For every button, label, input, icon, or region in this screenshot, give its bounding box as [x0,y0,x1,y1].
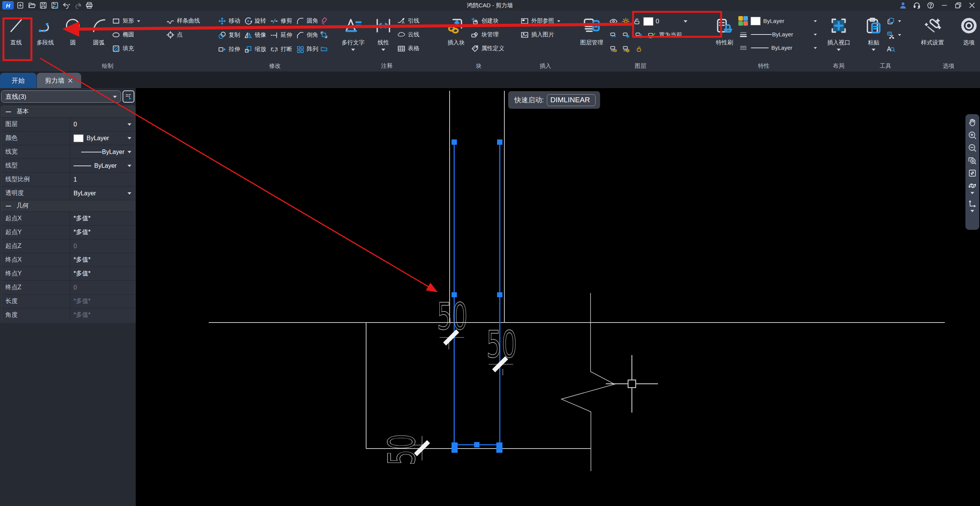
layer-thaw-sun-icon[interactable] [621,45,631,53]
chevron-down-icon[interactable] [128,151,131,155]
scale-button[interactable]: 缩放 [244,43,266,56]
prop-row-color[interactable]: 颜色 ByLayer [1,131,135,145]
tab-close-icon[interactable] [67,78,73,84]
section-header-basic[interactable]: 基本 [1,106,135,118]
user-icon[interactable] [897,1,909,10]
polyline-button[interactable]: 多段线 [30,13,60,47]
chevron-down-icon[interactable] [872,49,875,53]
layer-unlock-yellow-icon[interactable] [634,45,644,53]
point-button[interactable]: 点 [166,28,213,41]
help-icon[interactable] [925,1,936,10]
zoom-extents-icon[interactable] [967,168,977,178]
circle-button[interactable]: 圆 [60,13,86,47]
zoom-out-icon[interactable] [967,143,977,153]
layer-dropdown[interactable]: 0 [621,17,687,26]
erase-icon[interactable] [320,15,332,27]
prop-row-lineweight[interactable]: 线宽 ByLayer [1,145,135,159]
ellipse-button[interactable]: 椭圆 [112,28,166,41]
fillet-button[interactable]: 圆角 [296,15,318,27]
xref-button[interactable]: 外部参照 [520,15,570,27]
prop-row-starty[interactable]: 起点Y *多值* [1,226,135,239]
chevron-down-icon[interactable] [351,49,355,53]
quick-select-button[interactable] [123,90,134,103]
prop-row-angle[interactable]: 角度 *多值* [1,308,135,322]
region-icon[interactable] [320,28,332,41]
prop-row-layer[interactable]: 图层 0 [1,118,135,131]
rotate-button[interactable]: 旋转 [244,15,266,27]
insert-viewport-button[interactable]: 插入视口 [821,13,856,54]
mirror-button[interactable]: 镜像 [244,29,266,41]
chevron-down-icon[interactable] [898,34,901,38]
chevron-down-icon[interactable] [381,49,385,53]
explode-icon[interactable] [320,42,332,55]
zoom-in-icon[interactable] [967,130,977,140]
mtext-button[interactable]: 多行文字 [337,13,370,54]
table-button[interactable]: 表格 [397,42,437,55]
layer-off-icon[interactable] [609,31,618,39]
layer-on-sun-icon[interactable] [621,17,630,26]
spline-button[interactable]: 样条曲线 [166,15,213,27]
quick-launch-command[interactable]: DIMLINEAR [547,94,596,106]
stretch-button[interactable]: 拉伸 [218,43,240,56]
leader-button[interactable]: 引线 [397,15,437,27]
selection-filter-dropdown[interactable]: 直线(3) [1,90,121,103]
copy-button[interactable]: 复制 [218,29,240,41]
prop-row-startz[interactable]: 起点Z 0 [1,239,135,253]
attribute-define-button[interactable]: 属性定义 [471,42,516,55]
trim-button[interactable]: 修剪 [270,15,292,27]
move-axes-icon[interactable] [967,199,977,209]
layer-manager-button[interactable]: 图层管理 [575,13,609,47]
prop-row-endx[interactable]: 终点X *多值* [1,253,135,267]
prop-row-ltscale[interactable]: 线型比例 1 [1,173,135,187]
chevron-down-icon[interactable] [898,20,901,24]
block-manage-button[interactable]: 块管理 [471,28,516,41]
undo-icon[interactable] [61,1,71,10]
drawing-canvas[interactable]: 50 50 50 快速启动: DIMLINEAR [136,88,980,506]
close-icon[interactable] [966,1,978,10]
prop-row-startx[interactable]: 起点X *多值* [1,212,135,226]
chevron-down-icon[interactable] [684,20,687,25]
arc-button[interactable]: 圆弧 [86,13,112,47]
array-button[interactable]: 阵列 [296,43,318,56]
cut-clip-button[interactable] [887,28,910,41]
layer-unlock-icon[interactable] [633,17,641,26]
chevron-down-icon[interactable] [557,20,560,24]
insert-image-button[interactable]: 插入图片 [520,28,570,41]
set-current-label[interactable]: 置为当前 [659,31,682,39]
pan-icon[interactable] [967,118,977,128]
paste-button[interactable]: 粘贴 [861,13,887,54]
lineweight-dropdown[interactable]: ByLayer [738,28,817,41]
extend-button[interactable]: 延伸 [270,29,292,41]
linetype-dropdown[interactable]: ByLayer [738,41,817,54]
open-file-icon[interactable] [27,1,37,10]
selected-lines[interactable] [454,142,500,445]
revcloud-button[interactable]: 云线 [397,28,437,41]
print-icon[interactable] [84,1,94,10]
rectangle-button[interactable]: 矩形 [112,15,166,27]
hatch-button[interactable]: 填充 [112,42,166,55]
layer-color-swatch[interactable] [643,17,653,26]
redo-icon[interactable] [73,1,83,10]
chevron-down-icon[interactable] [137,20,140,24]
section-header-geometry[interactable]: 几何 [1,200,135,212]
prop-row-length[interactable]: 长度 *多值* [1,295,135,308]
insert-block-button[interactable]: 插入块 [442,13,471,47]
chevron-down-icon[interactable] [837,49,841,53]
move-button[interactable]: 移动 [218,15,240,27]
chevron-down-icon[interactable] [128,192,131,197]
copy-clip-button[interactable] [887,15,910,27]
chevron-down-icon[interactable] [970,192,974,196]
match-properties-button[interactable]: 特性刷 [711,13,738,47]
layer-freeze-icon[interactable] [621,31,631,39]
layer-lock-icon[interactable] [634,31,644,39]
chevron-down-icon[interactable] [814,34,817,37]
break-button[interactable]: 打断 [270,43,292,56]
chamfer-button[interactable]: 倒角 [296,29,318,41]
new-file-icon[interactable] [15,1,25,10]
style-settings-button[interactable]: 样式设置 [915,13,950,47]
chevron-down-icon[interactable] [128,137,131,141]
chevron-down-icon[interactable] [814,47,817,51]
prop-row-transparency[interactable]: 透明度 ByLayer [1,187,135,200]
options-button[interactable]: 选项 [955,13,980,47]
tab-start[interactable]: 开始 [0,73,36,88]
